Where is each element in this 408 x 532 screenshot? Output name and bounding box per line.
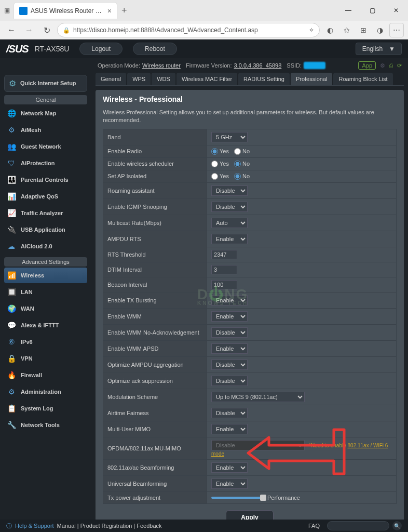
mumimo-select[interactable]: Enable	[211, 424, 248, 434]
browser-tab[interactable]: ASUS Wireless Router RT-AX58U ×	[13, 2, 117, 19]
tab-wds[interactable]: WDS	[152, 73, 175, 85]
search-icon[interactable]: 🔍	[392, 521, 402, 530]
nav-wan[interactable]: 🌍WAN	[4, 301, 87, 316]
tools-icon: 🔧	[6, 420, 17, 430]
faq-search[interactable]	[327, 521, 389, 530]
led-icon[interactable]: ⟳	[397, 62, 402, 69]
nav-alexa-ifttt[interactable]: 💬Alexa & IFTTT	[4, 317, 87, 333]
sync-icon[interactable]: ◐	[323, 23, 337, 37]
nav-network-tools[interactable]: 🔧Network Tools	[4, 417, 87, 433]
modulation-select[interactable]: Up to MCS 9 (802.11ac)	[211, 392, 305, 402]
family-icon: 👪	[6, 175, 17, 185]
new-tab-button[interactable]: +	[121, 5, 127, 16]
toolbar: ← → ↻ 🔒 https://disco.homeip.net:8888/Ad…	[0, 21, 408, 39]
lock-icon: 🔒	[63, 27, 70, 34]
band-select[interactable]: 5 GHz	[211, 132, 248, 142]
firmware-link[interactable]: 3.0.0.4.386_45898	[234, 62, 282, 69]
nav-firewall[interactable]: 🔥Firewall	[4, 367, 87, 383]
refresh-button[interactable]: ↻	[39, 23, 54, 37]
url-text: https://disco.homeip.net:8888/Advanced_W…	[73, 26, 258, 34]
tab-mac-filter[interactable]: Wireless MAC Filter	[176, 73, 237, 85]
apply-button[interactable]: Apply	[226, 510, 273, 520]
maximize-button[interactable]: ▢	[360, 2, 384, 19]
tabs-icon[interactable]: ▣	[4, 7, 13, 14]
isolated-no[interactable]	[234, 173, 241, 180]
enable-radio-yes[interactable]	[211, 148, 218, 155]
nav-wireless[interactable]: 📶Wireless	[4, 268, 87, 283]
logout-button[interactable]: Logout	[79, 43, 123, 55]
profile-icon[interactable]: ◑	[373, 23, 387, 37]
op-mode-link[interactable]: Wireless router	[142, 62, 181, 69]
content: General WPS WDS Wireless MAC Filter RADI…	[91, 73, 408, 520]
aimesh-icon[interactable]: ⚙	[380, 62, 385, 69]
tab-roaming-block[interactable]: Roaming Block List	[333, 73, 392, 85]
nav-administration[interactable]: ⚙Administration	[4, 384, 87, 400]
rts-input[interactable]	[211, 250, 237, 259]
ssid-value	[304, 62, 325, 69]
language-select[interactable]: English▼	[356, 43, 402, 55]
back-button[interactable]: ←	[4, 23, 19, 37]
usb-icon[interactable]: ⎙	[389, 62, 393, 69]
favorites-icon[interactable]: ✩	[339, 23, 354, 37]
advanced-section-header: Advanced Settings	[4, 257, 87, 267]
admin-icon: ⚙	[6, 387, 17, 397]
ampdu-agg-select[interactable]: Disable	[211, 360, 248, 370]
nav-system-log[interactable]: 📋System Log	[4, 401, 87, 416]
tx-burst-select[interactable]: Enable	[211, 295, 248, 305]
nav-guest-network[interactable]: 👥Guest Network	[4, 139, 87, 154]
dtim-input[interactable]	[211, 265, 237, 274]
tab-general[interactable]: General	[96, 73, 126, 85]
tab-professional[interactable]: Professional	[291, 73, 333, 85]
window-close-button[interactable]: ✕	[384, 2, 408, 19]
forward-button[interactable]: →	[22, 23, 36, 37]
info-bar: Operation Mode: Wireless router Firmware…	[0, 58, 408, 73]
settings-table: Band5 GHz Enable RadioYesNo Enable wirel…	[103, 129, 397, 504]
enable-radio-no[interactable]	[234, 148, 241, 155]
address-bar[interactable]: 🔒 https://disco.homeip.net:8888/Advanced…	[57, 23, 320, 37]
beamform-uni-select[interactable]: Enable	[211, 478, 248, 489]
nav-ipv6[interactable]: ⑥IPv6	[4, 334, 87, 350]
multicast-select[interactable]: Auto	[211, 218, 248, 228]
nav-traffic-analyzer[interactable]: 📈Traffic Analyzer	[4, 205, 87, 221]
nav-lan[interactable]: 🔲LAN	[4, 284, 87, 300]
close-icon[interactable]: ×	[107, 7, 112, 15]
nav-vpn[interactable]: 🔒VPN	[4, 351, 87, 366]
quick-internet-setup[interactable]: ⚙ Quick Internet Setup	[4, 75, 87, 92]
reader-icon[interactable]: ✧	[309, 26, 314, 34]
ipv6-icon: ⑥	[6, 337, 17, 347]
reboot-button[interactable]: Reboot	[133, 43, 177, 55]
isolated-yes[interactable]	[211, 173, 218, 180]
collections-icon[interactable]: ⊞	[356, 23, 371, 37]
nav-parental-controls[interactable]: 👪Parental Controls	[4, 172, 87, 188]
beamform-ax-select[interactable]: Enable	[211, 462, 248, 473]
nav-aicloud[interactable]: ☁AiCloud 2.0	[4, 238, 87, 254]
airtime-select[interactable]: Disable	[211, 408, 248, 418]
wmm-select[interactable]: Enable	[211, 311, 248, 322]
footer-links[interactable]: Manual | Product Registration | Feedback	[57, 523, 162, 529]
tab-wps[interactable]: WPS	[127, 73, 151, 85]
tx-power-slider[interactable]	[211, 497, 263, 499]
chevron-down-icon: ▼	[389, 45, 395, 52]
help-support-link[interactable]: Help & Support	[15, 523, 54, 529]
ack-supp-select[interactable]: Disable	[211, 376, 248, 386]
nav-aimesh[interactable]: ⚙AiMesh	[4, 122, 87, 138]
usb-icon: 🔌	[6, 224, 17, 235]
nav-usb-application[interactable]: 🔌USB Application	[4, 222, 87, 237]
minimize-button[interactable]: ―	[336, 2, 360, 19]
tab-radius[interactable]: RADIUS Setting	[238, 73, 290, 85]
nav-aiprotection[interactable]: 🛡AiProtection	[4, 155, 87, 171]
beacon-input[interactable]	[211, 280, 237, 289]
sched-yes[interactable]	[211, 161, 218, 167]
header: /SUS RT-AX58U Logout Reboot English▼	[0, 39, 408, 58]
nav-adaptive-qos[interactable]: 📊Adaptive QoS	[4, 189, 87, 204]
app-badge[interactable]: App	[358, 61, 376, 70]
ampdu-rts-select[interactable]: Enable	[211, 234, 248, 244]
more-button[interactable]: ⋯	[389, 23, 404, 37]
igmp-select[interactable]: Disable	[211, 202, 248, 212]
wmm-apsd-select[interactable]: Enable	[211, 343, 248, 354]
nav-network-map[interactable]: 🌐Network Map	[4, 105, 87, 121]
roaming-select[interactable]: Disable	[211, 185, 248, 196]
sched-no[interactable]	[234, 161, 241, 167]
wmm-noack-select[interactable]: Disable	[211, 327, 248, 338]
panel-title: Wireless - Professional	[103, 95, 397, 103]
